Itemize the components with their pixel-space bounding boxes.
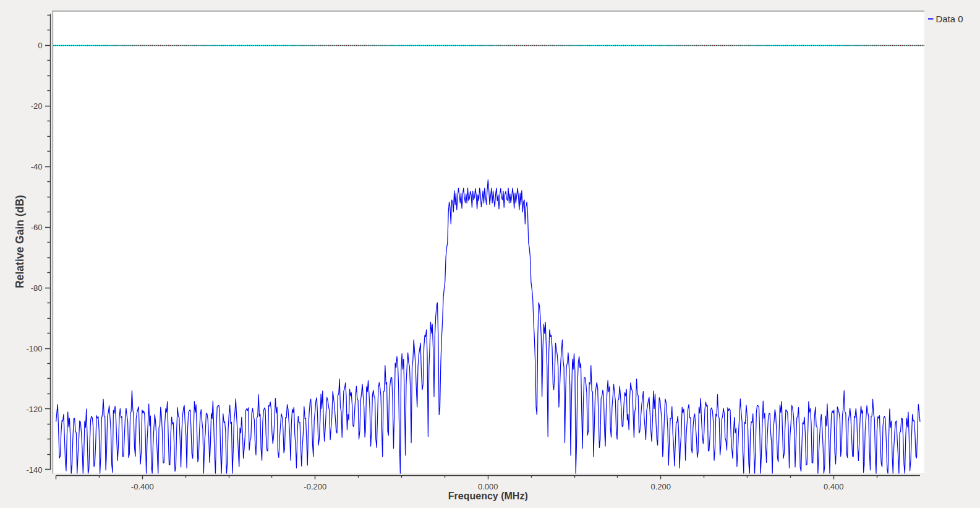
svg-text:-60: -60 (31, 223, 43, 232)
svg-text:-40: -40 (31, 162, 43, 171)
svg-text:-80: -80 (31, 283, 43, 293)
svg-text:0.200: 0.200 (651, 482, 671, 491)
svg-text:0.000: 0.000 (478, 482, 498, 491)
svg-text:Frequency (MHz): Frequency (MHz) (448, 491, 528, 501)
svg-text:-140: -140 (26, 465, 42, 475)
svg-text:-100: -100 (26, 344, 42, 353)
svg-text:-0.200: -0.200 (304, 482, 326, 491)
svg-text:Relative Gain (dB): Relative Gain (dB) (14, 195, 26, 288)
svg-text:-20: -20 (31, 101, 43, 111)
svg-text:-0.400: -0.400 (131, 482, 154, 491)
svg-text:0: 0 (38, 41, 42, 50)
svg-text:Data 0: Data 0 (935, 14, 963, 24)
svg-text:-120: -120 (26, 405, 42, 414)
svg-text:0.400: 0.400 (824, 482, 844, 491)
